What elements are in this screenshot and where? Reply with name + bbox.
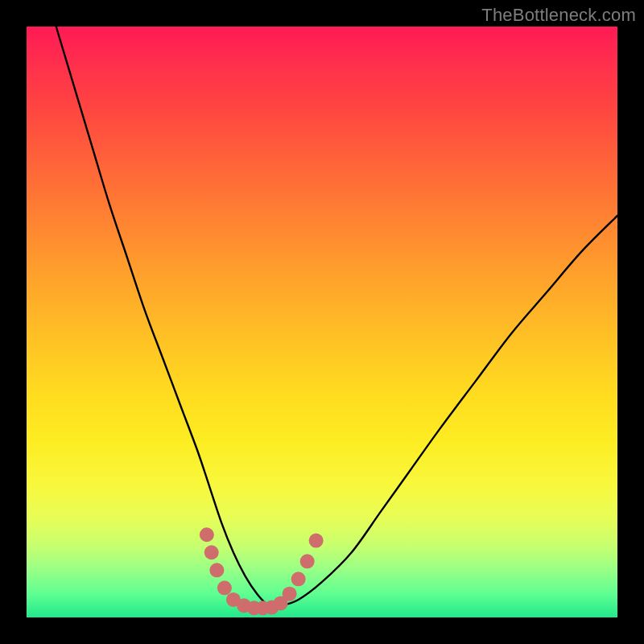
bottleneck-curve-svg [27,27,617,617]
curve-marker [309,534,324,548]
curve-marker [291,572,306,586]
curve-marker [209,563,224,577]
attribution-text: TheBottleneck.com [481,5,636,26]
curve-marker [217,580,232,595]
chart-frame: TheBottleneck.com [0,0,644,644]
curve-markers [200,527,324,615]
plot-area [27,27,617,617]
curve-marker [204,545,219,559]
bottleneck-curve [56,27,617,607]
curve-marker [300,554,315,568]
curve-marker [200,527,214,542]
curve-marker [283,587,297,601]
